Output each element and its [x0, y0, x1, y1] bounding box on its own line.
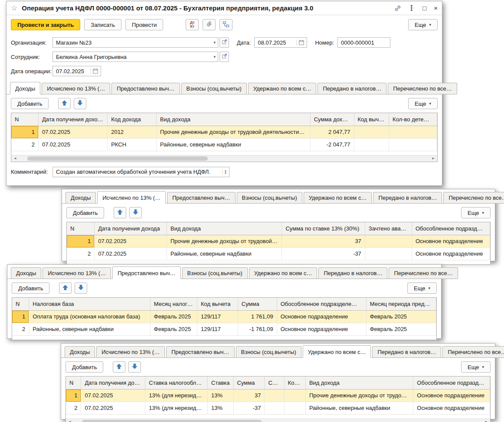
scroll-left-icon[interactable]: ◄ [66, 420, 74, 422]
tab-5[interactable]: Удержано по всем с… [248, 83, 317, 94]
column-header[interactable]: Зачтено авансов [365, 222, 412, 235]
table-row[interactable]: 207.02.202513% (для нерезиде…13%-37Район… [66, 402, 490, 414]
column-header[interactable]: Сумма дохода [310, 113, 354, 126]
column-header[interactable]: Обособленное подразд… [412, 222, 490, 235]
tab-3[interactable]: Предоставлено выч… [112, 266, 180, 279]
related-documents-button[interactable] [219, 19, 232, 30]
table-cell[interactable]: 37 [282, 235, 365, 247]
add-row-button[interactable]: Добавить [11, 98, 49, 109]
scroll-left-icon[interactable]: ◄ [11, 156, 19, 160]
history-spinner[interactable]: ▲ ▼ [222, 169, 227, 175]
table-cell[interactable]: Основное подразделение [413, 402, 490, 414]
number-field[interactable]: 0000-000001 [337, 37, 390, 48]
tab-6[interactable]: Передано в налогов… [372, 346, 441, 358]
table-cell[interactable]: Основное подразделение [277, 323, 366, 335]
table-cell[interactable]: Февраль 2025 [150, 323, 197, 335]
table-cell[interactable]: 1 [12, 310, 29, 323]
table-cell[interactable]: 2 [66, 402, 81, 414]
table-cell[interactable]: Районные, северные надбавки [305, 402, 413, 414]
column-header[interactable]: Обособленное подразделе… [277, 298, 366, 310]
column-header[interactable]: Налоговая база [29, 298, 151, 310]
column-header[interactable]: Код вычета [197, 298, 238, 310]
window-more-button[interactable]: Еще ▾ [408, 19, 438, 30]
table-cell[interactable]: Районные, северные надбавки [157, 138, 311, 151]
add-row-button[interactable]: Добавить [66, 207, 104, 218]
column-header[interactable]: С… [265, 377, 284, 389]
tab-5[interactable]: Удержано по всем с… [303, 345, 371, 358]
column-header[interactable]: Вид дохода [157, 113, 311, 126]
link-icon[interactable] [394, 5, 401, 12]
table-cell[interactable]: Февраль 2025 [150, 310, 197, 323]
table-more-button[interactable]: Еще ▾ [407, 282, 437, 294]
date-field[interactable]: 08.07.2025 [254, 37, 307, 48]
scroll-right-icon[interactable]: ► [482, 420, 490, 422]
tab-4[interactable]: Взносы (соц.вычеты) [181, 83, 247, 94]
table-cell[interactable]: Февраль 2025 [366, 323, 436, 335]
column-header[interactable]: Код выч… [354, 113, 389, 126]
dropdown-icon[interactable]: ▾ [213, 40, 216, 45]
move-down-button[interactable] [129, 207, 142, 218]
scrollbar-track[interactable] [19, 156, 429, 162]
menu-kebab-icon[interactable]: ⋮ [408, 3, 415, 13]
tab-7[interactable]: Перечислено по все… [443, 192, 504, 204]
table-cell[interactable] [354, 126, 389, 138]
dt-kt-postings-button[interactable]: Дт Кт [186, 19, 199, 30]
spin-down-icon[interactable]: ▼ [224, 172, 227, 175]
table-cell[interactable]: 07.02.2025 [81, 389, 145, 402]
horizontal-scrollbar[interactable]: ◄ ► [66, 419, 490, 422]
column-header[interactable]: Вид дохода [305, 377, 413, 389]
column-header[interactable]: Обособленное подраздел… [413, 377, 490, 389]
tab-2[interactable]: Исчислено по 13% (… [43, 267, 111, 279]
table-cell[interactable]: 2 [11, 138, 38, 151]
column-header[interactable]: Сумма по ставке 13% (30%) [282, 222, 365, 235]
add-row-button[interactable]: Добавить [12, 282, 49, 294]
table-cell[interactable]: 07.02.2025 [38, 126, 107, 138]
table-cell[interactable]: 13% [208, 402, 234, 414]
table-cell[interactable] [354, 138, 389, 151]
tab-6[interactable]: Передано в налогов… [317, 83, 386, 94]
column-header[interactable]: Кол-во дете… [389, 113, 437, 126]
tab-7[interactable]: Перечислено по все… [388, 83, 457, 94]
tab-2[interactable]: Исчислено по 13% (… [42, 83, 110, 94]
table-row[interactable]: 107.02.2025Прочие денежные доходы от тру… [67, 235, 490, 247]
scrollbar-thumb[interactable] [27, 156, 208, 161]
tab-3[interactable]: Предоставлено выч… [111, 83, 180, 94]
move-down-button[interactable] [75, 282, 87, 294]
move-up-button[interactable] [113, 361, 125, 373]
employee-open-button[interactable] [219, 52, 229, 62]
table-cell[interactable]: Районные, северные надбавки [29, 323, 151, 335]
scrollbar-track[interactable] [74, 419, 482, 422]
column-header[interactable]: Код дохода [108, 113, 157, 126]
table-cell[interactable]: Февраль 2025 [366, 310, 436, 323]
column-header[interactable]: Дата получения дохода [95, 222, 167, 235]
table-cell[interactable] [284, 389, 305, 402]
post-and-close-button[interactable]: Провести и закрыть [11, 19, 80, 30]
table-cell[interactable]: 129/117 [197, 310, 238, 323]
table-cell[interactable]: -37 [282, 247, 365, 260]
table-cell[interactable]: 1 761,09 [238, 310, 277, 323]
attachments-button[interactable] [203, 19, 216, 30]
table-cell[interactable]: -1 761,09 [238, 323, 277, 335]
column-header[interactable]: Сумма [233, 377, 265, 389]
comment-field[interactable]: Создан автоматически обработкой уточнени… [52, 167, 229, 177]
table-cell[interactable]: 2 [67, 247, 95, 260]
favorite-star-icon[interactable]: ☆ [11, 3, 17, 13]
scroll-right-icon[interactable]: ► [429, 156, 437, 160]
table-cell[interactable]: Районные, северные надбавки [167, 247, 281, 260]
table-cell[interactable]: 13% [208, 389, 234, 402]
column-header[interactable]: Дата получения дохода [38, 113, 107, 126]
table-row[interactable]: 2Районные, северные надбавкиФевраль 2025… [12, 323, 436, 335]
tab-3[interactable]: Предоставлено выч… [166, 346, 234, 358]
table-cell[interactable]: 1 [67, 235, 95, 247]
table-cell[interactable] [389, 138, 437, 151]
post-button[interactable]: Провести [125, 19, 164, 30]
move-down-button[interactable] [74, 98, 86, 109]
tab-5[interactable]: Удержано по всем с… [249, 267, 317, 279]
scrollbar-thumb[interactable] [82, 420, 262, 422]
tab-4[interactable]: Взносы (соц.вычеты) [182, 267, 248, 279]
table-cell[interactable]: 13% (для нерезиде… [145, 389, 208, 402]
write-button[interactable]: Записать [84, 19, 121, 30]
move-down-button[interactable] [128, 361, 141, 373]
table-cell[interactable]: 37 [233, 389, 265, 402]
tab-2[interactable]: Исчислено по 13% (… [96, 346, 165, 358]
